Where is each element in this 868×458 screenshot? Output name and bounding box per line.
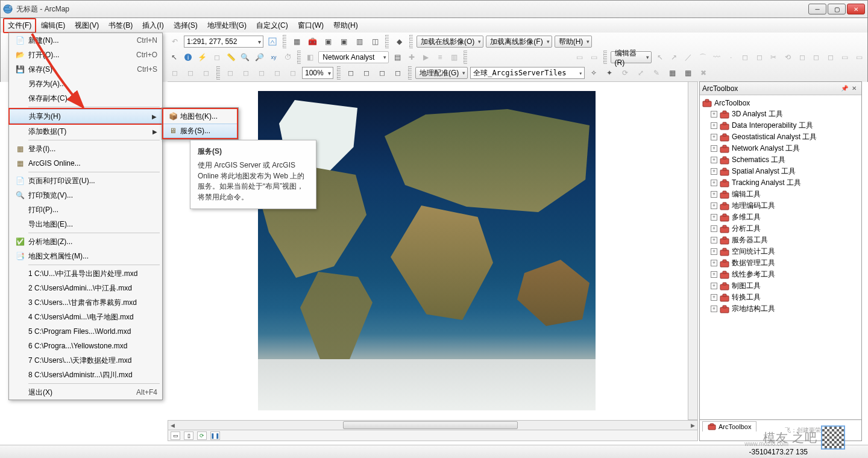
file-menu-item[interactable]: 🔍打印预览(V)... bbox=[9, 188, 162, 202]
edit-annot-icon[interactable]: ↗ bbox=[668, 51, 681, 64]
na-window2-icon[interactable]: ▥ bbox=[448, 51, 461, 64]
edit-tool-icon[interactable]: ↖ bbox=[654, 51, 666, 64]
pause-icon[interactable]: ❚❚ bbox=[210, 431, 220, 440]
expand-icon[interactable]: + bbox=[711, 225, 717, 232]
expand-icon[interactable]: + bbox=[711, 145, 717, 152]
r3-b-icon[interactable]: ◻ bbox=[184, 66, 197, 80]
time-slider-icon[interactable]: ⏱ bbox=[282, 51, 294, 64]
share-service[interactable]: 🖥 服务(S)... bbox=[163, 124, 237, 138]
file-menu-item[interactable]: 8 C:\Users\Administr...\四川.mxd bbox=[9, 368, 162, 382]
data-view-tab[interactable]: ▭ bbox=[171, 431, 180, 440]
goto-xy-icon[interactable]: xy bbox=[268, 51, 280, 64]
scroll-thumb[interactable] bbox=[343, 421, 518, 429]
tree-item[interactable]: +地理编码工具 bbox=[702, 200, 859, 212]
find-route-icon[interactable]: 🔎 bbox=[254, 51, 266, 64]
expand-icon[interactable]: + bbox=[711, 180, 717, 186]
gr-d-icon[interactable]: ⤢ bbox=[634, 66, 647, 80]
gr-e-icon[interactable]: ✎ bbox=[650, 66, 663, 80]
tree-item[interactable]: +宗地结构工具 bbox=[702, 303, 859, 315]
file-menu-item[interactable]: 另存为(A)... bbox=[9, 77, 162, 91]
add-layer-icon[interactable]: ◆ bbox=[392, 35, 406, 48]
menu-bookmarks[interactable]: 书签(B) bbox=[104, 19, 137, 33]
tree-item[interactable]: +数据管理工具 bbox=[702, 257, 859, 269]
expand-icon[interactable]: + bbox=[711, 283, 717, 289]
tree-item[interactable]: +Geostatistical Analyst 工具 bbox=[702, 131, 859, 143]
file-menu-item[interactable]: 2 C:\Users\Admini...\中江县.mxd bbox=[9, 281, 162, 295]
expand-icon[interactable]: + bbox=[711, 248, 717, 255]
expand-icon[interactable]: + bbox=[711, 260, 717, 266]
tree-root[interactable]: ArcToolbox bbox=[702, 98, 859, 108]
html-popup-icon[interactable]: ◻ bbox=[211, 51, 223, 64]
file-menu-item[interactable]: 打印(P)... bbox=[9, 202, 162, 217]
gr-b-icon[interactable]: ✦ bbox=[603, 66, 616, 80]
find-icon[interactable]: 🔍 bbox=[239, 51, 251, 64]
share-map-package[interactable]: 📦 地图包(K)... bbox=[163, 109, 237, 124]
gr-a-icon[interactable]: ✧ bbox=[587, 66, 600, 80]
arctoolbox-tab[interactable]: ArcToolbox bbox=[702, 421, 756, 431]
pin-icon[interactable]: 📌 bbox=[840, 84, 849, 93]
r3-e-icon[interactable]: ◻ bbox=[239, 66, 253, 80]
na-directions-icon[interactable]: ≡ bbox=[434, 51, 446, 64]
file-menu-item[interactable]: 📄页面和打印设置(U)... bbox=[9, 174, 162, 188]
r3-j-icon[interactable]: ◻ bbox=[360, 66, 373, 80]
expand-icon[interactable]: + bbox=[711, 134, 717, 140]
help-drop[interactable]: 帮助(H) bbox=[555, 36, 593, 48]
edit-d-icon[interactable]: ⟲ bbox=[782, 51, 794, 64]
expand-icon[interactable]: + bbox=[711, 271, 717, 278]
expand-icon[interactable]: + bbox=[711, 237, 717, 243]
tree-item[interactable]: +多维工具 bbox=[702, 212, 859, 223]
file-menu-item[interactable]: 添加数据(T)▶ bbox=[9, 124, 162, 139]
file-menu-item[interactable]: 📑地图文档属性(M)... bbox=[9, 249, 162, 263]
undo-icon[interactable]: ↶ bbox=[168, 35, 181, 48]
file-menu-item[interactable]: ▦ArcGIS Online... bbox=[9, 156, 162, 171]
file-menu-item[interactable]: 📂打开(O)...Ctrl+O bbox=[9, 48, 162, 62]
tree-item[interactable]: +制图工具 bbox=[702, 280, 859, 292]
edit-f-icon[interactable]: ◻ bbox=[810, 51, 822, 64]
r3-h-icon[interactable]: ◻ bbox=[286, 66, 300, 80]
load-offline-imagery-drop[interactable]: 加载离线影像(F) bbox=[486, 36, 552, 48]
network-analyst-drop[interactable]: Network Analyst bbox=[318, 51, 389, 63]
file-menu-item[interactable]: ✅分析地图(Z)... bbox=[9, 234, 162, 249]
file-menu-item[interactable]: 4 C:\Users\Admi...\电子地图.mxd bbox=[9, 310, 162, 324]
expand-icon[interactable]: + bbox=[711, 306, 717, 312]
load-online-imagery-drop[interactable]: 加载在线影像(O) bbox=[417, 36, 483, 48]
na-solve-icon[interactable]: ▶ bbox=[420, 51, 432, 64]
python-icon[interactable]: ▣ bbox=[337, 35, 350, 48]
gr-f-icon[interactable]: ▦ bbox=[665, 66, 679, 80]
menu-view[interactable]: 视图(V) bbox=[70, 19, 104, 33]
gr-g-icon[interactable]: ▦ bbox=[681, 66, 694, 80]
file-menu-item[interactable]: 6 C:\Progra...\Yellowstone.mxd bbox=[9, 339, 162, 353]
tree-item[interactable]: +Network Analyst 工具 bbox=[702, 143, 859, 154]
expand-icon[interactable]: + bbox=[711, 294, 717, 301]
close-button[interactable]: ✕ bbox=[847, 4, 865, 14]
file-menu-item[interactable]: 退出(X)Alt+F4 bbox=[9, 385, 162, 400]
expand-icon[interactable]: + bbox=[711, 111, 717, 118]
tree-item[interactable]: +线性参考工具 bbox=[702, 269, 859, 280]
panel-close-icon[interactable]: ✕ bbox=[849, 84, 859, 93]
file-menu-item[interactable]: ▦登录(I)... bbox=[9, 142, 162, 156]
maximize-button[interactable]: ▢ bbox=[828, 4, 846, 14]
r3-k-icon[interactable]: ◻ bbox=[376, 66, 389, 80]
edit-i-icon[interactable]: ▭ bbox=[853, 51, 865, 64]
scroll-right-icon[interactable]: ▶ bbox=[688, 421, 697, 430]
map-scrollbar-vertical[interactable] bbox=[688, 81, 698, 420]
layout-view-tab[interactable]: ▯ bbox=[184, 431, 193, 440]
na-create-icon[interactable]: ✚ bbox=[406, 51, 418, 64]
file-menu-item[interactable]: 保存副本(C)... bbox=[9, 91, 162, 105]
menu-file[interactable]: 文件(F) bbox=[3, 18, 36, 33]
table-icon[interactable]: ▥ bbox=[353, 35, 366, 48]
r3-g-icon[interactable]: ◻ bbox=[271, 66, 284, 80]
na-window-icon[interactable]: ▤ bbox=[391, 51, 403, 64]
expand-icon[interactable]: + bbox=[711, 191, 717, 198]
map-view[interactable] bbox=[168, 81, 698, 420]
gr-c-icon[interactable]: ⟳ bbox=[618, 66, 632, 80]
georef-layer-combo[interactable]: 全球_ArcgisServerTiles bbox=[470, 67, 585, 79]
tree-item[interactable]: +3D Analyst 工具 bbox=[702, 108, 859, 120]
menu-customize[interactable]: 自定义(C) bbox=[251, 19, 293, 33]
edit-a-icon[interactable]: ◻ bbox=[739, 51, 751, 64]
r3-a-icon[interactable]: ◻ bbox=[168, 66, 181, 80]
file-menu-item[interactable]: 7 C:\Users\...\天津数据处理.mxd bbox=[9, 353, 162, 368]
file-menu-item[interactable]: 3 C:\Users...\甘肃省市界裁剪.mxd bbox=[9, 295, 162, 310]
edit-b-icon[interactable]: ◻ bbox=[753, 51, 766, 64]
parcel2-icon[interactable]: ▭ bbox=[588, 51, 600, 64]
